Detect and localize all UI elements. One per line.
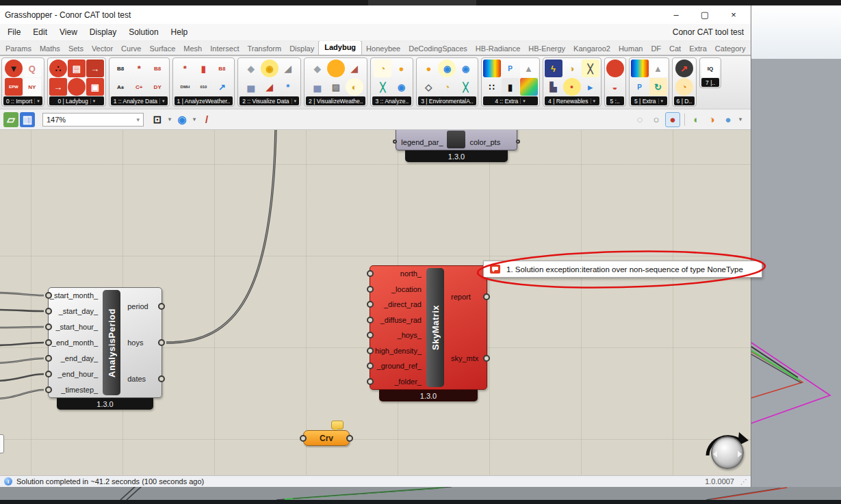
input-port-high-density[interactable]: high_density_ (370, 343, 425, 359)
refresh-color-icon[interactable]: ↻ (649, 78, 667, 96)
open-file-icon[interactable]: ▱ (3, 112, 18, 127)
hydro-drop-icon[interactable]: ● (563, 78, 581, 96)
adjust-data-icon[interactable]: A± (112, 78, 129, 96)
image-icon[interactable]: ▲ (649, 59, 667, 77)
group-label[interactable]: 2 | VisualizeWeathe.. (306, 96, 365, 105)
dots-grid-icon[interactable]: ∷ (483, 78, 501, 96)
tab-honeybee[interactable]: Honeybee (362, 42, 404, 55)
input-port-start-day[interactable]: _start_day_ (49, 304, 101, 319)
group-dropdown-caret-icon[interactable]: ▾ (90, 98, 96, 104)
tab-params[interactable]: Params (1, 42, 36, 55)
binary-icon[interactable]: 010 (194, 78, 212, 96)
tab-sets[interactable]: Sets (64, 42, 88, 55)
tab-category[interactable]: Category (711, 42, 750, 55)
wind-fan-icon[interactable]: ╳ (456, 78, 474, 96)
tab-kangaroo2[interactable]: Kangaroo2 (569, 42, 614, 55)
component-name-capsule[interactable]: AnalysisPeriod (103, 290, 120, 395)
output-port-period[interactable]: period (122, 299, 161, 314)
close-button[interactable]: × (719, 5, 748, 24)
preview-dropdown-caret[interactable]: ▾ (737, 112, 744, 127)
component-name-capsule[interactable]: SkyMatrix (426, 268, 444, 387)
sun-clock-icon[interactable]: ◔ (438, 78, 456, 96)
input-port-hoys[interactable]: _hoys_ (370, 328, 425, 343)
download-epw-icon[interactable]: ▼ (5, 59, 23, 77)
mesh-palette-icon[interactable] (520, 78, 538, 96)
input-port-location[interactable]: _location (370, 282, 425, 297)
tab-hb-energy[interactable]: HB-Energy (524, 42, 569, 55)
group-label[interactable]: 1 :: Analyze Data▾ (111, 96, 168, 105)
chart-curve-icon[interactable]: ◢ (261, 78, 279, 96)
preview-blue-icon[interactable]: ● (721, 112, 736, 127)
input-port-direct-rad[interactable]: _direct_rad (370, 297, 425, 313)
moon-phases-icon[interactable]: ◐ (346, 78, 363, 96)
epw-file-icon[interactable]: EPW (5, 78, 23, 96)
analysis-eye-icon[interactable]: ◉ (456, 59, 474, 77)
sun-orb-icon[interactable] (327, 59, 345, 77)
group-label[interactable]: 0 :: Import▾ (3, 96, 42, 105)
menu-view[interactable]: View (54, 27, 84, 37)
analysis-period-component[interactable]: _start_month__start_day__start_hour__end… (48, 287, 162, 398)
tab-cat[interactable]: Cat (665, 42, 685, 55)
output-port-sky-mtx[interactable]: sky_mtx (445, 351, 487, 366)
import-ny-icon[interactable]: NY (23, 78, 41, 96)
search-location-icon[interactable]: Q (23, 59, 41, 77)
solution-info-icon[interactable]: i (4, 477, 12, 486)
group-dropdown-caret-icon[interactable]: ▾ (520, 98, 526, 104)
tab-vector[interactable]: Vector (88, 42, 117, 55)
tab-display[interactable]: Display (285, 42, 318, 55)
group-label[interactable]: 6 | D.. (674, 96, 695, 105)
sun-icon[interactable]: ● (392, 59, 410, 77)
input-port-north[interactable]: north_ (370, 266, 425, 282)
sun-shades-icon[interactable]: ◑ (563, 59, 581, 77)
group-dropdown-caret-icon[interactable]: ▾ (658, 98, 664, 104)
pole-icon[interactable]: * (176, 59, 194, 77)
sky-matrix-component[interactable]: north__location_direct_rad_diffuse_rad_h… (370, 265, 487, 390)
north-arrow-icon[interactable]: ↗ (675, 59, 693, 77)
update-file-icon[interactable]: ▤ (68, 59, 86, 77)
canvas-nav-ball[interactable] (711, 436, 744, 469)
group-dropdown-caret-icon[interactable]: ▾ (159, 98, 165, 104)
group-label[interactable]: 3 | EnvironmentalA.. (418, 96, 476, 105)
tab-extra[interactable]: Extra (685, 42, 711, 55)
group-label[interactable]: 4 :: Extra▾ (483, 96, 538, 105)
input-port-legend-par[interactable]: legend_par_ (396, 138, 447, 146)
sky-view-icon[interactable]: ◉ (438, 59, 456, 77)
fly-icon[interactable]: → (49, 78, 67, 96)
folder-red-icon[interactable]: ▣ (86, 78, 104, 96)
output-port-color-pts[interactable]: color_pts (465, 138, 517, 146)
group-label[interactable]: 4 | Renewables▾ (545, 96, 599, 105)
fly-file-icon[interactable]: → (86, 59, 104, 77)
dy-icon[interactable]: DY (148, 78, 166, 96)
orientation-wheel-icon[interactable]: ◔ (675, 78, 693, 96)
group-label[interactable]: 5 | Extra▾ (631, 96, 667, 105)
gradient-icon[interactable] (483, 59, 501, 77)
factory-icon[interactable]: ▙ (545, 78, 562, 96)
shaded-preview-icon[interactable]: ● (665, 112, 680, 127)
group-label[interactable]: 2 :: Visualize Data▾ (240, 96, 299, 105)
preview-orange-icon[interactable]: ◑ (704, 112, 719, 127)
photon-ball-icon[interactable] (606, 59, 624, 77)
input-port-start-hour[interactable]: _start_hour_ (49, 319, 101, 335)
sun-hours-icon[interactable]: ◔ (374, 59, 391, 77)
canvas[interactable]: legend_par_ color_pts 1.3.0 _start_month… (0, 130, 751, 475)
image-viewer-icon[interactable]: ▲ (520, 59, 538, 77)
kite-mesh-icon[interactable]: ◆ (309, 59, 326, 77)
group-label[interactable]: 5 :.. (606, 96, 624, 105)
group-dropdown-caret-icon[interactable]: ▾ (292, 98, 297, 104)
no-preview-icon[interactable]: ◌ (632, 112, 647, 127)
dmh-icon[interactable]: DMH (176, 78, 194, 96)
capsule-icon[interactable]: ▮ (502, 78, 519, 96)
output-port-dates[interactable]: dates (122, 371, 161, 386)
tab-hb-radiance[interactable]: HB-Radiance (471, 42, 524, 55)
average-data-icon[interactable]: B8 (112, 59, 129, 77)
curve-arrow-icon[interactable]: ↗ (213, 78, 231, 96)
group-label[interactable]: 3 :: Analyze.. (372, 96, 411, 105)
bar-chart-icon[interactable]: ▅ (242, 78, 260, 96)
legend-paint-icon[interactable]: P (502, 59, 519, 77)
ladybug-icon[interactable]: ∴ (49, 59, 67, 77)
output-port-report[interactable]: report (445, 289, 487, 304)
sketch-pen-icon[interactable]: / (199, 112, 214, 127)
tab-maths[interactable]: Maths (36, 42, 64, 55)
legend-parameters-component[interactable]: legend_par_ color_pts 1.3.0 (396, 130, 517, 150)
legend-input-grip[interactable] (393, 140, 397, 144)
